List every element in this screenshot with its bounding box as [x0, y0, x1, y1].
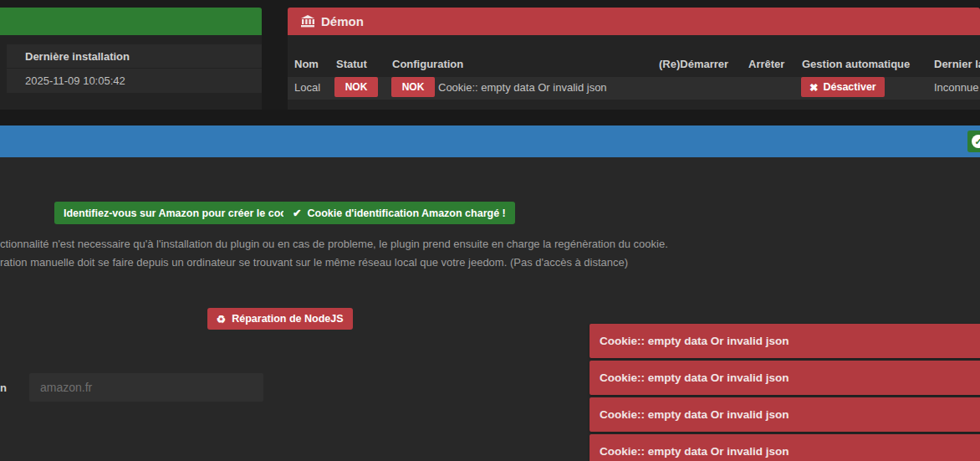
- installation-panel: Dernière installation 2025-11-09 10:05:4…: [0, 35, 262, 110]
- last-installation-value: 2025-11-09 10:05:42: [25, 74, 125, 87]
- config-status-badge: NOK: [391, 77, 435, 97]
- column-statut: Statut: [336, 58, 367, 70]
- column-dernier-lancement: Dernier lancement: [934, 58, 980, 70]
- column-arreter: Arrêter: [748, 58, 784, 70]
- last-installation-label: Dernière installation: [25, 50, 130, 63]
- cookie-loaded-label: Cookie d'identification Amazon chargé !: [307, 207, 505, 219]
- check-icon: ✔: [293, 207, 301, 219]
- cookie-note-line1: ctionnalité n'est necessaire qu'à l'inst…: [0, 238, 668, 250]
- table-row: 2025-11-09 10:05:42: [7, 69, 262, 93]
- status-badge: NOK: [334, 77, 378, 97]
- daemon-table: Nom Statut Configuration (Re)Démarrer Ar…: [288, 35, 980, 110]
- column-nom: Nom: [294, 58, 319, 70]
- error-toast[interactable]: Cookie:: empty data Or invalid json: [590, 324, 980, 358]
- auto-management-disable-button[interactable]: ✖ Désactiver: [801, 77, 885, 97]
- toast-message: Cookie:: empty data Or invalid json: [600, 335, 789, 347]
- disable-button-label: Désactiver: [823, 81, 875, 93]
- login-button-label: Identifiez-vous sur Amazon pour créer le…: [64, 207, 301, 219]
- toast-message: Cookie:: empty data Or invalid json: [600, 445, 789, 458]
- column-gestion-automatique: Gestion automatique: [802, 58, 910, 70]
- check-circle-icon: ✓: [972, 135, 980, 148]
- toast-stack: Cookie:: empty data Or invalid json Cook…: [590, 324, 980, 461]
- section-divider: [0, 110, 980, 125]
- bank-icon: [301, 15, 314, 28]
- amazon-site-label: n: [0, 382, 7, 394]
- column-redemarrer: (Re)Démarrer: [659, 58, 728, 70]
- daemon-name: Local: [294, 81, 320, 94]
- amazon-login-button[interactable]: Identifiez-vous sur Amazon pour créer le…: [54, 202, 310, 224]
- repair-button-label: Réparation de NodeJS: [232, 313, 343, 325]
- cookie-loaded-button[interactable]: ✔ Cookie d'identification Amazon chargé …: [283, 202, 515, 224]
- table-row: Dernière installation: [7, 44, 262, 69]
- last-launch-value: Inconnue: [934, 81, 979, 94]
- toast-message: Cookie:: empty data Or invalid json: [600, 408, 789, 421]
- top-widgets-band: Dernière installation 2025-11-09 10:05:4…: [0, 0, 980, 110]
- toast-message: Cookie:: empty data Or invalid json: [600, 371, 789, 384]
- daemon-panel-header: Démon: [288, 8, 980, 35]
- error-toast[interactable]: Cookie:: empty data Or invalid json: [590, 361, 980, 395]
- error-toast[interactable]: Cookie:: empty data Or invalid json: [590, 434, 980, 461]
- daemon-panel-title: Démon: [321, 14, 364, 28]
- amazon-site-input[interactable]: [29, 373, 263, 402]
- column-configuration: Configuration: [392, 58, 463, 70]
- validate-button[interactable]: ✓: [967, 131, 980, 152]
- cookie-note-line2: ration manuelle doit se faire depuis un …: [0, 256, 628, 269]
- times-icon: ✖: [809, 81, 818, 94]
- installation-panel-header: [0, 8, 262, 35]
- plugin-page: Dernière installation 2025-11-09 10:05:4…: [0, 0, 980, 461]
- config-message: Cookie:: empty data Or invalid json: [438, 81, 607, 94]
- daemon-panel: Démon Nom Statut Configuration (Re)Démar…: [288, 7, 980, 110]
- recycle-icon: ♻: [217, 313, 226, 325]
- section-toolbar: ✓: [0, 125, 980, 157]
- error-toast[interactable]: Cookie:: empty data Or invalid json: [590, 397, 980, 432]
- nodejs-repair-button[interactable]: ♻ Réparation de NodeJS: [207, 308, 353, 330]
